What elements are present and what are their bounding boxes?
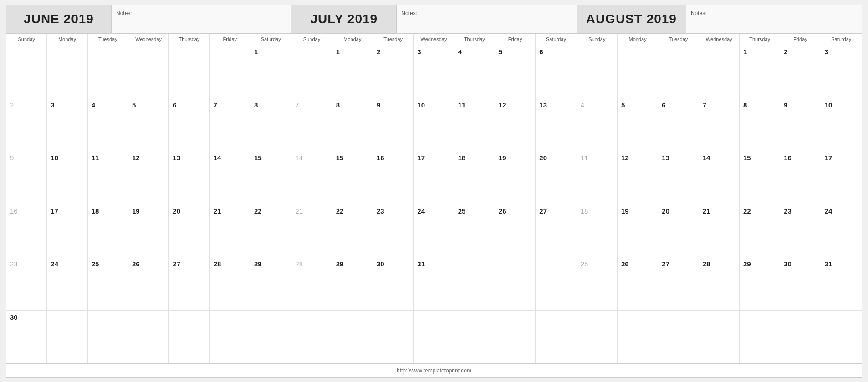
day-header-friday: Friday (210, 34, 250, 45)
day-header-thursday: Thursday (740, 34, 780, 45)
calendar-grid-july-2019: 1234567891011121314151617181920212223242… (291, 45, 576, 363)
day-cell (454, 257, 495, 311)
calendar-grid-august-2019: 1234567891011121314151617181920212223242… (577, 45, 862, 363)
day-number: 24 (51, 260, 58, 268)
day-number: 9 (10, 154, 14, 162)
day-number: 16 (10, 207, 18, 215)
day-cell: 17 (47, 204, 87, 258)
day-header-sunday: Sunday (6, 34, 47, 45)
day-number: 22 (336, 207, 344, 215)
day-cell (332, 311, 373, 364)
day-number: 18 (92, 207, 99, 215)
day-cell: 21 (699, 204, 740, 258)
day-cell (373, 311, 414, 364)
month-title-box-june-2019: JUNE 2019 (6, 5, 111, 33)
day-number: 8 (336, 101, 340, 109)
calendar-header-june-2019: JUNE 2019Notes: (6, 5, 291, 34)
day-header-tuesday: Tuesday (88, 34, 128, 45)
day-cell: 29 (740, 257, 780, 311)
day-cell (699, 45, 740, 98)
day-cell: 9 (373, 98, 414, 152)
day-cell (128, 311, 169, 364)
calendar-june-2019: JUNE 2019Notes:SundayMondayTuesdayWednes… (6, 5, 291, 363)
calendar-header-august-2019: AUGUST 2019Notes: (577, 5, 862, 34)
notes-label-june-2019: Notes: (116, 10, 132, 16)
day-number: 1 (336, 48, 340, 56)
day-cell: 30 (780, 257, 821, 311)
day-number: 19 (621, 207, 629, 215)
day-number: 17 (51, 207, 58, 215)
day-number: 5 (132, 101, 136, 109)
day-cell: 12 (618, 151, 658, 204)
day-number: 15 (336, 154, 344, 162)
day-number: 15 (743, 154, 751, 162)
days-header-july-2019: SundayMondayTuesdayWednesdayThursdayFrid… (291, 34, 576, 45)
day-header-wednesday: Wednesday (699, 34, 740, 45)
day-number: 10 (51, 154, 58, 162)
day-number: 17 (417, 154, 425, 162)
day-cell (414, 311, 454, 364)
day-number: 3 (417, 48, 421, 56)
day-cell: 25 (88, 257, 128, 311)
day-cell: 17 (414, 151, 454, 204)
day-number: 30 (10, 313, 18, 321)
day-number: 22 (743, 207, 751, 215)
day-cell: 7 (291, 98, 332, 152)
day-cell: 20 (169, 204, 209, 258)
day-number: 13 (662, 154, 669, 162)
day-cell (658, 45, 699, 98)
day-cell: 31 (414, 257, 454, 311)
notes-box-june-2019[interactable]: Notes: (111, 5, 291, 33)
day-number: 7 (214, 101, 217, 109)
day-cell: 28 (210, 257, 250, 311)
day-number: 23 (377, 207, 384, 215)
day-header-saturday: Saturday (250, 34, 291, 45)
day-cell: 18 (577, 204, 618, 258)
day-number: 12 (132, 154, 140, 162)
day-cell (536, 257, 576, 311)
day-cell: 23 (780, 204, 821, 258)
day-cell (618, 45, 658, 98)
notes-box-july-2019[interactable]: Notes: (396, 5, 576, 33)
day-number: 9 (377, 101, 380, 109)
page-wrapper: JUNE 2019Notes:SundayMondayTuesdayWednes… (6, 5, 862, 378)
day-cell: 13 (658, 151, 699, 204)
day-number: 16 (784, 154, 791, 162)
day-cell: 24 (821, 204, 862, 258)
day-cell: 19 (618, 204, 658, 258)
days-header-june-2019: SundayMondayTuesdayWednesdayThursdayFrid… (6, 34, 291, 45)
day-header-thursday: Thursday (169, 34, 209, 45)
day-cell: 12 (128, 151, 169, 204)
footer: http://www.templatetoprint.com (6, 363, 862, 377)
day-cell (88, 45, 128, 98)
day-cell: 8 (250, 98, 291, 152)
day-cell (536, 311, 576, 364)
day-number: 12 (499, 101, 506, 109)
calendar-august-2019: AUGUST 2019Notes:SundayMondayTuesdayWedn… (577, 5, 862, 363)
day-cell: 9 (6, 151, 47, 204)
day-number: 14 (703, 154, 710, 162)
day-number: 12 (621, 154, 629, 162)
day-number: 15 (254, 154, 262, 162)
day-cell: 10 (414, 98, 454, 152)
day-cell (169, 45, 209, 98)
day-number: 24 (417, 207, 425, 215)
day-number: 1 (254, 48, 258, 56)
day-cell: 29 (250, 257, 291, 311)
day-cell (250, 311, 291, 364)
day-cell: 7 (699, 98, 740, 152)
day-number: 6 (662, 101, 665, 109)
day-cell: 14 (291, 151, 332, 204)
day-number: 20 (539, 154, 547, 162)
day-header-wednesday: Wednesday (128, 34, 169, 45)
day-cell: 10 (821, 98, 862, 152)
day-cell: 1 (332, 45, 373, 98)
day-cell: 22 (250, 204, 291, 258)
day-number: 20 (173, 207, 180, 215)
day-number: 25 (458, 207, 466, 215)
notes-box-august-2019[interactable]: Notes: (686, 5, 862, 33)
day-cell: 21 (291, 204, 332, 258)
calendar-july-2019: JULY 2019Notes:SundayMondayTuesdayWednes… (291, 5, 577, 363)
day-number: 2 (10, 101, 14, 109)
day-number: 17 (825, 154, 832, 162)
